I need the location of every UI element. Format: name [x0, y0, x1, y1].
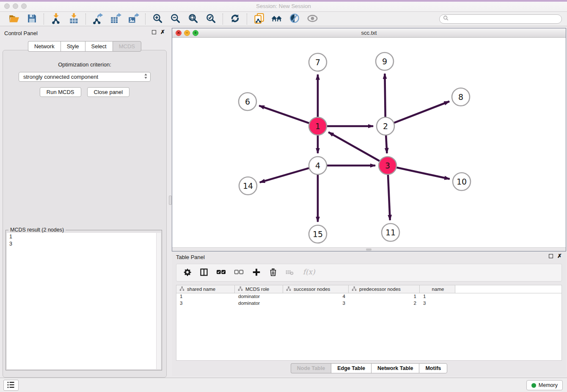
edge-3-1[interactable] [328, 132, 380, 161]
control-panel-float-icon[interactable] [152, 30, 156, 34]
table-cell[interactable]: 4 [283, 293, 349, 300]
clone-network-button[interactable] [250, 13, 268, 25]
graph-node-2[interactable]: 2 [377, 117, 394, 135]
network-horizontal-scrollbar[interactable] [172, 247, 566, 251]
table-tab-motifs[interactable]: Motifs [419, 363, 447, 373]
mcds-result-area[interactable]: 1 3 [7, 233, 161, 369]
refresh-view-button[interactable] [226, 13, 244, 25]
graph-node-15[interactable]: 15 [309, 225, 327, 243]
graph-node-11[interactable]: 11 [382, 224, 399, 241]
zoom-fit-content-icon [188, 13, 198, 25]
table-row[interactable]: 1dominator411 [176, 293, 561, 300]
deselect-all-icon [234, 268, 244, 278]
table-cell[interactable]: 1 [349, 293, 420, 300]
table-cell[interactable]: 2 [349, 300, 420, 307]
zoom-in-button[interactable] [149, 13, 166, 25]
add-column-button[interactable] [252, 268, 261, 278]
graph-node-7[interactable]: 7 [309, 53, 327, 71]
edge-2-9[interactable] [385, 74, 385, 117]
control-tab-style[interactable]: Style [61, 41, 85, 52]
show-graphics-details-button[interactable] [286, 13, 303, 25]
control-tab-network[interactable]: Network [28, 41, 61, 52]
graph-node-9[interactable]: 9 [376, 52, 394, 70]
column-header-MCDS-role[interactable]: MCDS role [235, 285, 283, 293]
apply-layout-button[interactable] [268, 13, 286, 25]
control-tab-select[interactable]: Select [85, 41, 113, 52]
task-list-icon [6, 381, 16, 390]
open-file-button[interactable] [5, 13, 23, 25]
open-file-icon [8, 13, 20, 25]
select-all-button[interactable] [216, 268, 226, 278]
graph-node-4[interactable]: 4 [309, 157, 327, 174]
show-hide-panel-button[interactable] [303, 13, 321, 25]
memory-button[interactable]: Memory [526, 380, 563, 390]
table-cell[interactable]: 3 [176, 300, 235, 307]
graph-node-1[interactable]: 1 [309, 117, 327, 135]
table-tabs: Node TableEdge TableNetwork TableMotifs [172, 363, 566, 373]
search-input[interactable] [451, 16, 561, 22]
delete-column-button[interactable] [269, 268, 277, 278]
mcds-result-scrollbar[interactable] [156, 233, 161, 369]
table-row[interactable]: 3dominator323 [176, 300, 561, 307]
graph-node-label: 4 [315, 161, 320, 170]
zoom-out-button[interactable] [166, 13, 184, 25]
table-cell[interactable]: dominator [235, 293, 283, 300]
export-table-button[interactable] [107, 13, 124, 25]
table-tab-node-table[interactable]: Node Table [291, 363, 331, 373]
network-window-titlebar[interactable]: ✕ − + scc.txt [172, 28, 566, 38]
column-header-successor-nodes[interactable]: successor nodes [283, 285, 349, 293]
criterion-select[interactable]: strongly connected component [19, 72, 151, 82]
delete-table-icon [285, 268, 294, 278]
control-tab-mcds[interactable]: MCDS [113, 41, 141, 52]
column-header-name[interactable]: name [420, 285, 455, 293]
settings-gear-button[interactable] [183, 268, 192, 278]
toggle-panes-button[interactable] [200, 268, 208, 278]
graph-node-8[interactable]: 8 [452, 88, 470, 106]
import-table-button[interactable] [65, 13, 83, 25]
task-history-button[interactable] [3, 380, 19, 391]
graph-node-3[interactable]: 3 [379, 157, 396, 174]
export-image-button[interactable] [124, 13, 142, 25]
export-network-button[interactable] [89, 13, 107, 25]
table-tab-network-table[interactable]: Network Table [371, 363, 419, 373]
table-panel-close-icon[interactable]: ✗ [557, 254, 562, 258]
edge-4-14[interactable] [260, 168, 309, 182]
edge-2-3[interactable] [386, 135, 387, 153]
table-cell[interactable]: 1 [176, 293, 235, 300]
table-panel-float-icon[interactable] [549, 254, 553, 258]
graph-node-6[interactable]: 6 [239, 93, 256, 110]
search-field[interactable] [439, 14, 562, 24]
save-session-icon [27, 13, 37, 25]
network-canvas[interactable]: 7968124314101511 [172, 38, 566, 247]
control-panel-close-icon[interactable]: ✗ [160, 30, 165, 34]
save-session-button[interactable] [23, 13, 41, 25]
zoom-selected-button[interactable] [202, 13, 220, 25]
table-cell[interactable]: 3 [283, 300, 349, 307]
panel-splitter-handle[interactable] [169, 196, 172, 205]
column-tree-icon [238, 286, 243, 292]
table-tab-edge-table[interactable]: Edge Table [331, 363, 371, 373]
table-panel-header: Table Panel ✗ [172, 252, 566, 263]
table-cell[interactable]: 3 [420, 300, 455, 307]
column-header-predecessor-nodes[interactable]: predecessor nodes [349, 285, 420, 293]
deselect-all-button[interactable] [234, 268, 244, 278]
run-mcds-button[interactable]: Run MCDS [40, 87, 81, 97]
graph-node-14[interactable]: 14 [239, 177, 257, 195]
graph-node-label: 1 [315, 121, 320, 131]
edge-1-6[interactable] [259, 106, 309, 124]
column-header-shared-name[interactable]: shared name [176, 285, 235, 293]
edge-3-10[interactable] [396, 167, 450, 179]
network-horizontal-scrollbar-thumb[interactable] [366, 248, 372, 251]
import-table-icon [68, 13, 80, 25]
table-cell[interactable]: dominator [235, 300, 283, 307]
close-panel-button[interactable]: Close panel [87, 87, 130, 97]
zoom-fit-content-button[interactable] [184, 13, 202, 25]
graph-node-label: 7 [315, 58, 320, 67]
toolbar-separator [247, 14, 247, 25]
network-canvas-svg: 7968124314101511 [172, 38, 566, 248]
import-network-button[interactable] [47, 13, 65, 25]
table-cell[interactable]: 1 [420, 293, 455, 300]
edge-2-8[interactable] [394, 101, 449, 123]
graph-node-10[interactable]: 10 [453, 173, 471, 190]
edge-3-11[interactable] [388, 174, 390, 220]
